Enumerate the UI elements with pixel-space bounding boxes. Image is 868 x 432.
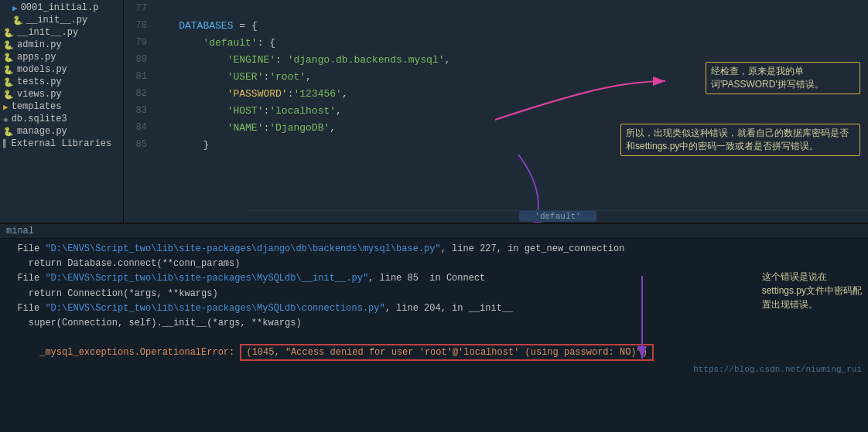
sidebar-label: 0001_initial.p: [21, 2, 99, 13]
sidebar-label: __init__.py: [26, 15, 87, 26]
sidebar-label: apps.py: [17, 52, 56, 63]
file-tree: ▶ 0001_initial.p 🐍 __init__.py 🐍 __init_…: [0, 0, 124, 223]
sidebar-label: views.py: [17, 89, 62, 100]
db-icon: ◈: [3, 114, 9, 124]
terminal-line-2: return Database.connect(**conn_params): [6, 257, 862, 271]
py-icon: ▶: [12, 3, 18, 13]
sidebar-label: templates: [12, 101, 62, 112]
code-line-78: 78 DATABASES = {: [124, 17, 868, 34]
terminal-line-1: File "D:\ENVS\Script_two\lib\site-packag…: [6, 242, 862, 257]
sidebar-label: External Libraries: [12, 138, 112, 149]
code-line-79: 79 'default': {: [124, 34, 868, 51]
py-icon: 🐍: [3, 65, 14, 75]
sidebar-item-init1[interactable]: 🐍 __init__.py: [0, 14, 123, 26]
code-line-81: 81 'USER':'root',: [124, 68, 868, 85]
lib-icon: ▌: [3, 139, 9, 148]
terminal-area: minal File "D:\ENVS\Script_two\lib\site-…: [0, 224, 868, 432]
sidebar-label: __init__.py: [17, 27, 78, 38]
sidebar-item-extlibs[interactable]: ▌ External Libraries: [0, 138, 123, 150]
sidebar-label: manage.py: [17, 126, 67, 137]
scroll-tab: 'default': [519, 211, 596, 222]
terminal-line-4: return Connection(*args, **kwargs): [6, 287, 862, 301]
code-line-83: 83 'HOST':'localhost',: [124, 102, 868, 119]
sidebar-label: db.sqlite3: [12, 114, 67, 124]
code-line-80: 80 'ENGINE': 'django.db.backends.mysql',: [124, 51, 868, 68]
sidebar-item-templates[interactable]: ▶ templates: [0, 100, 123, 113]
sidebar-item-0001[interactable]: ▶ 0001_initial.p: [0, 2, 123, 14]
sidebar-item-admin[interactable]: 🐍 admin.py: [0, 39, 123, 51]
code-line-84: 84 'NAME':'DjangoDB',: [124, 119, 868, 136]
sidebar-item-models[interactable]: 🐍 models.py: [0, 63, 123, 76]
scroll-indicator: 'default': [248, 210, 868, 221]
sidebar-item-init2[interactable]: 🐍 __init__.py: [0, 26, 123, 39]
terminal-annotation: 这个错误是说在settings.py文件中密码配置出现错误。: [762, 270, 862, 311]
terminal-title: minal: [6, 226, 34, 236]
sidebar-item-views[interactable]: 🐍 views.py: [0, 88, 123, 100]
code-editor: 77 78 DATABASES = { 79 'default': { 80 '…: [124, 0, 868, 223]
error-prefix: _mysql_exceptions.OperationalError:: [39, 347, 240, 358]
terminal-line-5: File "D:\ENVS\Script_two\lib\site-packag…: [6, 301, 862, 316]
py-icon: 🐍: [3, 40, 14, 50]
terminal-header: minal: [0, 224, 868, 239]
code-line-82: 82 'PASSWORD':'123456',: [124, 85, 868, 102]
sidebar-label: models.py: [17, 64, 67, 75]
sidebar-item-apps[interactable]: 🐍 apps.py: [0, 51, 123, 63]
code-line-77: 77: [124, 0, 868, 17]
py-icon: 🐍: [3, 28, 14, 38]
footer-url: https://blog.csdn.net/niuming_rui: [693, 363, 862, 377]
sidebar-label: tests.py: [17, 77, 62, 87]
error-message-box: (1045, "Access denied for user 'root'@'l…: [240, 344, 653, 361]
py-icon: 🐍: [12, 15, 23, 26]
sidebar-item-db[interactable]: ◈ db.sqlite3: [0, 113, 123, 125]
sidebar-item-manage[interactable]: 🐍 manage.py: [0, 125, 123, 138]
sidebar-item-tests[interactable]: 🐍 tests.py: [0, 76, 123, 88]
terminal-line-6: super(Connection, self).__init__(*args, …: [6, 316, 862, 331]
py-icon: 🐍: [3, 77, 14, 87]
folder-icon: ▶: [3, 102, 9, 112]
terminal-line-3: File "D:\ENVS\Script_two\lib\site-packag…: [6, 271, 862, 286]
py-icon: 🐍: [3, 127, 14, 137]
terminal-content: File "D:\ENVS\Script_two\lib\site-packag…: [0, 239, 868, 379]
code-line-85: 85 }: [124, 136, 868, 153]
sidebar-label: admin.py: [17, 39, 62, 50]
py-icon: 🐍: [3, 90, 14, 100]
py-icon: 🐍: [3, 53, 14, 63]
